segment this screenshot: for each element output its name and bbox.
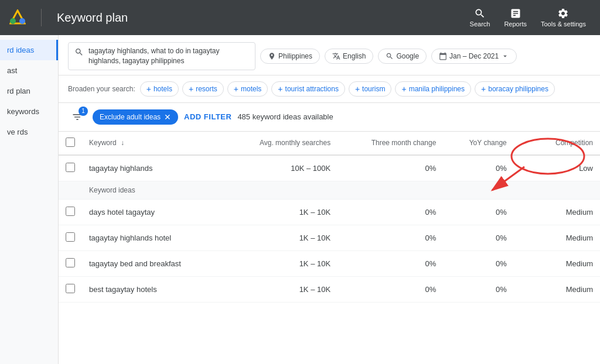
broaden-search-area: Broaden your search: + hotels + resorts … [59, 75, 600, 103]
sidebar-item-ast[interactable]: ast [0, 60, 58, 81]
main-layout: rd ideas ast rd plan keywords ve rds tag… [0, 35, 600, 364]
header-three-month: Three month change [338, 132, 443, 155]
add-filter-button[interactable]: ADD FILTER [184, 112, 231, 121]
broaden-pills: + hotels + resorts + motels + tourist at… [140, 81, 555, 97]
row-2-three-month: 0% [338, 250, 443, 276]
row-0-yoy: 0% [443, 199, 513, 225]
row-0-avg-monthly: 1K – 10K [224, 199, 338, 225]
exclude-adult-ideas-button[interactable]: Exclude adult ideas ✕ [93, 109, 178, 125]
header-avg-monthly: Avg. monthly searches [224, 132, 338, 155]
language-label: English [343, 52, 366, 60]
row-2-keyword: tagaytay bed and breakfast [82, 250, 224, 276]
table-row: tagaytay bed and breakfast 1K – 10K 0% 0… [59, 250, 600, 276]
location-filter[interactable]: Philippines [260, 49, 320, 64]
search-engine-filter[interactable]: Google [378, 49, 427, 64]
header-competition: Competition [514, 132, 600, 155]
sidebar-item-keywords[interactable]: keywords [0, 101, 58, 122]
content-area: tagaytay highlands, what to do in tagayt… [59, 35, 600, 364]
search-nav-icon [474, 8, 486, 19]
svg-point-1 [19, 18, 25, 24]
table-wrap: Keyword ↓ Avg. monthly searches Three mo… [59, 132, 600, 303]
top-navigation: Keyword plan Search Reports Tools & sett… [0, 0, 600, 35]
broaden-pill-tourism[interactable]: + tourism [349, 81, 392, 97]
broaden-pill-tourist-attractions[interactable]: + tourist attractions [271, 81, 345, 97]
table-row: days hotel tagaytay 1K – 10K 0% 0% Mediu… [59, 199, 600, 225]
broaden-pill-manila[interactable]: + manila philippines [395, 81, 471, 97]
main-keyword-row: tagaytay highlands 10K – 100K 0% 0% Low [59, 155, 600, 181]
row-3-yoy: 0% [443, 276, 513, 302]
row-1-yoy: 0% [443, 225, 513, 250]
sidebar-item-rd-ideas[interactable]: rd ideas [0, 40, 58, 60]
broaden-pill-manila-label: manila philippines [409, 85, 465, 93]
language-filter[interactable]: English [325, 49, 373, 64]
main-row-three-month: 0% [338, 155, 443, 181]
broaden-pill-hotels-label: hotels [154, 85, 172, 93]
broaden-pill-resorts[interactable]: + resorts [182, 81, 224, 97]
main-row-checkbox[interactable] [66, 163, 75, 172]
language-icon [332, 52, 340, 60]
broaden-pill-motels-label: motels [241, 85, 261, 93]
funnel-button[interactable]: 1 [68, 108, 87, 126]
row-3-checkbox[interactable] [66, 284, 75, 293]
row-1-keyword: tagaytay highlands hotel [82, 225, 224, 250]
table-row: tagaytay highlands hotel 1K – 10K 0% 0% … [59, 225, 600, 250]
broaden-pill-boracay-label: boracay philippines [488, 85, 548, 93]
search-text: tagaytay highlands, what to do in tagayt… [88, 46, 249, 66]
keyword-ideas-header-row: Keyword ideas [59, 181, 600, 199]
search-engine-label: Google [396, 52, 419, 60]
dropdown-chevron-icon [501, 52, 509, 60]
header-checkbox-cell [59, 132, 82, 155]
broaden-label: Broaden your search: [68, 81, 135, 93]
row-3-competition: Medium [514, 276, 600, 302]
table-header-row: Keyword ↓ Avg. monthly searches Three mo… [59, 132, 600, 155]
main-row-keyword: tagaytay highlands [82, 155, 224, 181]
tools-nav-button[interactable]: Tools & settings [536, 5, 591, 30]
sort-icon[interactable]: ↓ [121, 139, 124, 147]
broaden-pill-resorts-label: resorts [196, 85, 217, 93]
location-label: Philippines [278, 52, 312, 60]
filter-bar: 1 Exclude adult ideas ✕ ADD FILTER 485 k… [59, 103, 600, 132]
broaden-pill-boracay[interactable]: + boracay philippines [475, 81, 555, 97]
row-3-avg-monthly: 1K – 10K [224, 276, 338, 302]
row-1-three-month: 0% [338, 225, 443, 250]
search-nav-button[interactable]: Search [465, 5, 495, 30]
header-keyword: Keyword ↓ [82, 132, 224, 155]
main-row-avg-monthly: 10K – 100K [224, 155, 338, 181]
keyword-ideas-label: Keyword ideas [82, 181, 600, 199]
row-1-competition: Medium [514, 225, 600, 250]
tools-nav-label: Tools & settings [541, 20, 586, 28]
google-ads-logo [9, 9, 26, 26]
keyword-count: 485 keyword ideas available [237, 112, 333, 121]
search-bar-area: tagaytay highlands, what to do in tagayt… [59, 35, 600, 75]
keywords-table: Keyword ↓ Avg. monthly searches Three mo… [59, 132, 600, 303]
row-1-avg-monthly: 1K – 10K [224, 225, 338, 250]
sidebar-item-rd-plan[interactable]: rd plan [0, 81, 58, 101]
reports-nav-label: Reports [504, 20, 527, 28]
row-2-checkbox[interactable] [66, 258, 75, 267]
sidebar-item-ve-rds[interactable]: ve rds [0, 122, 58, 142]
row-2-avg-monthly: 1K – 10K [224, 250, 338, 276]
nav-icon-group: Search Reports Tools & settings [465, 5, 591, 30]
search-nav-label: Search [470, 20, 490, 28]
svg-point-2 [10, 18, 16, 24]
app-title: Keyword plan [57, 11, 128, 25]
header-yoy-change: YoY change [443, 132, 513, 155]
date-range-filter[interactable]: Jan – Dec 2021 [431, 49, 517, 64]
search-icon [74, 46, 84, 59]
calendar-icon [439, 52, 447, 60]
row-0-checkbox[interactable] [66, 207, 75, 216]
row-0-keyword: days hotel tagaytay [82, 199, 224, 225]
row-1-checkbox[interactable] [66, 232, 75, 242]
row-3-keyword: best tagaytay hotels [82, 276, 224, 302]
search-input-box[interactable]: tagaytay highlands, what to do in tagayt… [68, 42, 255, 70]
table-row: best tagaytay hotels 1K – 10K 0% 0% Medi… [59, 276, 600, 302]
logo-area: Keyword plan [9, 9, 128, 26]
location-icon [268, 52, 276, 60]
select-all-checkbox[interactable] [66, 138, 75, 147]
funnel-badge: 1 [79, 107, 88, 116]
main-row-competition: Low [514, 155, 600, 181]
broaden-pill-hotels[interactable]: + hotels [140, 81, 179, 97]
broaden-pill-tourist-attractions-label: tourist attractions [285, 85, 339, 93]
reports-nav-button[interactable]: Reports [499, 5, 531, 30]
broaden-pill-motels[interactable]: + motels [227, 81, 268, 97]
